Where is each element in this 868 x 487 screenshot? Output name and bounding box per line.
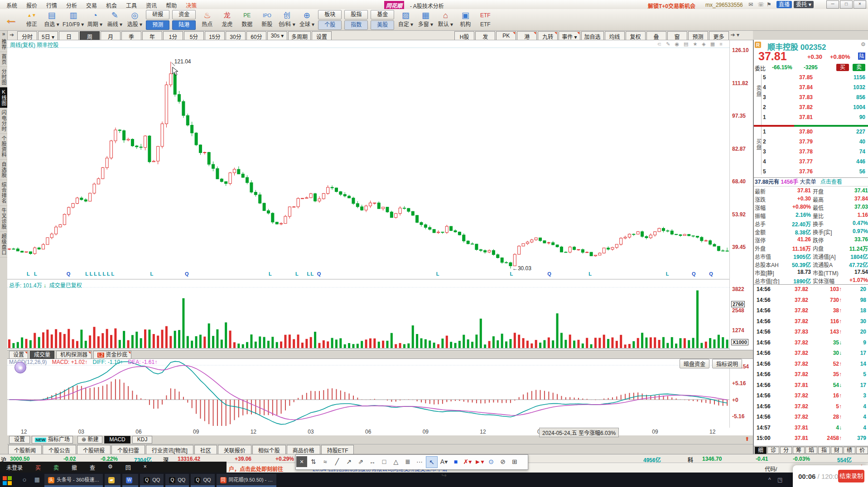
candle[interactable] (543, 241, 546, 243)
vol-bar[interactable] (403, 344, 405, 348)
candle[interactable] (191, 125, 193, 133)
toolbar-button-自选[interactable]: ▤自选 ▾ (43, 10, 61, 29)
trade-×[interactable]: × (137, 462, 153, 472)
detail-tab-绩[interactable]: 绩 (844, 447, 855, 454)
candle[interactable] (178, 95, 181, 102)
vol-bar[interactable] (382, 341, 384, 348)
candle[interactable] (135, 146, 138, 147)
candle[interactable] (263, 203, 265, 210)
vol-bar[interactable] (140, 338, 142, 348)
toolbar-button-数据[interactable]: PE数据 (238, 10, 256, 29)
event-marker-L[interactable]: L (111, 271, 115, 277)
event-marker-L[interactable]: L (269, 271, 272, 277)
draw-cursor-icon[interactable]: ↖ (426, 456, 438, 468)
vol-bar[interactable] (564, 340, 567, 348)
candle[interactable] (225, 181, 227, 183)
draw-flag-icon[interactable]: ►▾ (474, 456, 485, 467)
vol-bar[interactable] (688, 340, 690, 348)
sidebar-item-分时图[interactable]: 分时图 (0, 67, 7, 87)
event-marker-L[interactable]: L (307, 271, 310, 277)
vol-bar[interactable] (645, 338, 647, 348)
sidebar-item-超级盘口[interactable]: 超级盘口 (0, 232, 7, 258)
vol-bar[interactable] (378, 342, 380, 348)
draw-triangle-icon[interactable]: △ (391, 456, 401, 467)
candle[interactable] (110, 141, 113, 158)
kline-title[interactable]: 周线(复权) 顺丰控股 (10, 41, 58, 48)
indicator-settings-button[interactable]: 设置 (9, 436, 30, 444)
vol-bar[interactable] (522, 338, 525, 348)
tray-chat-icon[interactable]: ◳ (777, 473, 786, 487)
vol-bar[interactable] (437, 344, 439, 348)
toolbar-button-F10/F9[interactable]: ▥F10/F9 ▾ (63, 10, 84, 29)
candle[interactable] (407, 208, 410, 211)
vol-bar[interactable] (68, 329, 70, 348)
vol-bar[interactable] (199, 334, 202, 348)
vol-bar[interactable] (42, 332, 44, 348)
vol-bar[interactable] (407, 344, 410, 348)
detail-tab-诊[interactable]: 诊 (767, 447, 779, 454)
vol-bar[interactable] (535, 340, 537, 348)
vol-bar[interactable] (616, 341, 618, 348)
vol-bar[interactable] (628, 344, 631, 348)
detail-tab-价[interactable]: 价 (856, 447, 868, 454)
vol-bar[interactable] (72, 339, 74, 348)
indicator-tab-KDJ[interactable]: KDJ (132, 436, 153, 444)
candle[interactable] (203, 153, 206, 153)
vol-bar[interactable] (119, 340, 121, 348)
toolbar-button-创/科[interactable]: 创创/科 ▾ (278, 10, 296, 29)
draw-measure-icon[interactable]: ≈ (320, 456, 331, 467)
vol-bar[interactable] (46, 329, 48, 348)
vol-bar[interactable] (21, 338, 23, 348)
candle[interactable] (382, 207, 385, 209)
live-button[interactable]: 直播 (776, 1, 792, 8)
candle[interactable] (106, 158, 108, 167)
vol-bar[interactable] (297, 334, 299, 348)
toolbar-button-全球[interactable]: ⊕全球 ▾ (298, 10, 316, 29)
candle[interactable] (573, 247, 576, 250)
candle[interactable] (641, 232, 644, 237)
vol-bar[interactable] (365, 339, 367, 348)
vol-bar[interactable] (331, 338, 333, 348)
flag-icon[interactable]: ⚑ (767, 1, 772, 8)
vol-bar[interactable] (399, 343, 401, 348)
collapse-icon[interactable]: ➔ ▾ (729, 31, 741, 39)
vol-bar[interactable] (526, 341, 529, 348)
candle[interactable] (722, 251, 724, 251)
candle[interactable] (501, 258, 503, 263)
vol-bar[interactable] (85, 341, 87, 348)
vol-bar[interactable] (594, 338, 597, 348)
vol-bar[interactable] (335, 339, 338, 348)
draw-forbid-icon[interactable]: ⊘ (497, 456, 508, 467)
vol-bar[interactable] (569, 334, 571, 348)
trade-⚙[interactable]: ⚙ (101, 462, 119, 472)
candle[interactable] (327, 187, 329, 194)
new-indicator-button[interactable]: ⊕ 新建 (77, 436, 102, 444)
draw-line-icon[interactable]: ╱ (332, 456, 342, 467)
vol-bar[interactable] (386, 341, 389, 348)
vol-bar[interactable] (187, 336, 189, 348)
candle[interactable] (547, 243, 550, 243)
vol-bar[interactable] (314, 332, 316, 348)
sidebar-item-K线图[interactable]: K线图 (0, 87, 7, 108)
vol-bar[interactable] (55, 329, 57, 348)
taskview-icon[interactable]: ▦ (31, 473, 43, 487)
vol-bar[interactable] (654, 337, 656, 348)
sell-button[interactable]: 卖 (853, 64, 865, 71)
vol-bar[interactable] (263, 337, 265, 348)
candle[interactable] (615, 244, 618, 248)
vol-bar[interactable] (480, 319, 482, 348)
detail-tab-细[interactable]: 细 (755, 447, 767, 454)
vol-bar[interactable] (191, 341, 193, 348)
event-marker-L[interactable]: L (295, 271, 299, 277)
candle[interactable] (365, 206, 367, 210)
vol-bar[interactable] (420, 338, 423, 348)
taskbar-app-toutiao[interactable]: 头头条号 - 360极速… (44, 474, 103, 487)
candle[interactable] (530, 240, 533, 242)
candle[interactable] (212, 164, 215, 168)
candle[interactable] (29, 252, 32, 253)
vol-bar[interactable] (492, 336, 495, 348)
vol-bar[interactable] (114, 329, 116, 348)
vol-bar[interactable] (76, 341, 78, 348)
candle[interactable] (564, 252, 567, 253)
toolbar-button-新股[interactable]: IPO新股 (258, 10, 276, 29)
